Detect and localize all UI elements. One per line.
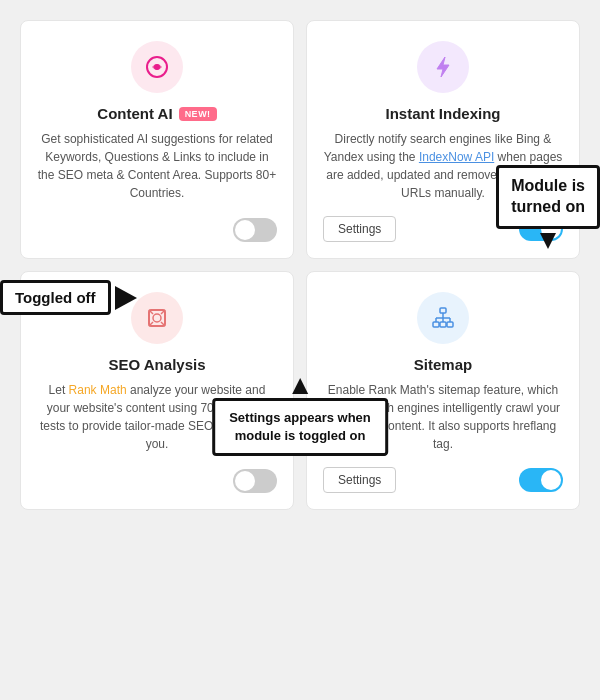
toggled-off-arrow [115,286,137,310]
module-on-annotation: Module isturned on [496,165,600,249]
toggled-off-box: Toggled off [0,280,111,315]
sitemap-title: Sitemap [414,356,472,373]
content-ai-toggle[interactable] [233,218,277,242]
instant-indexing-icon [417,41,469,93]
toggle-knob [235,471,255,491]
sitemap-toggle[interactable] [519,468,563,492]
toggle-knob [541,470,561,490]
toggled-off-annotation: Toggled off [0,280,137,315]
seo-analysis-icon [131,292,183,344]
content-ai-card: Content AI NEW! Get sophisticated AI sug… [20,20,294,259]
sitemap-settings-button[interactable]: Settings [323,467,396,493]
instant-indexing-title-text: Instant Indexing [385,105,500,122]
sitemap-title-text: Sitemap [414,356,472,373]
svg-rect-12 [447,322,453,327]
seo-analysis-title: SEO Analysis [109,356,206,373]
svg-point-1 [154,64,160,70]
sitemap-footer: Settings [323,467,563,493]
indexnow-link[interactable]: IndexNow API [419,150,494,164]
instant-indexing-title: Instant Indexing [385,105,500,122]
seo-analysis-title-text: SEO Analysis [109,356,206,373]
svg-rect-10 [433,322,439,327]
settings-arrow-up [292,378,308,394]
settings-appears-annotation: Settings appears whenmodule is toggled o… [212,378,388,456]
module-on-arrow [540,233,556,249]
content-ai-title: Content AI NEW! [97,105,216,122]
content-ai-title-text: Content AI [97,105,172,122]
content-ai-icon [131,41,183,93]
svg-rect-11 [440,322,446,327]
settings-appears-box: Settings appears whenmodule is toggled o… [212,398,388,456]
module-on-box: Module isturned on [496,165,600,229]
toggle-knob [235,220,255,240]
svg-rect-9 [440,308,446,313]
seo-analysis-footer [37,469,277,493]
content-ai-footer [37,218,277,242]
svg-marker-2 [437,57,449,77]
instant-indexing-settings-button[interactable]: Settings [323,216,396,242]
seo-analysis-toggle[interactable] [233,469,277,493]
svg-point-4 [153,314,161,322]
new-badge: NEW! [179,107,217,121]
sitemap-icon [417,292,469,344]
content-ai-description: Get sophisticated AI suggestions for rel… [37,130,277,204]
